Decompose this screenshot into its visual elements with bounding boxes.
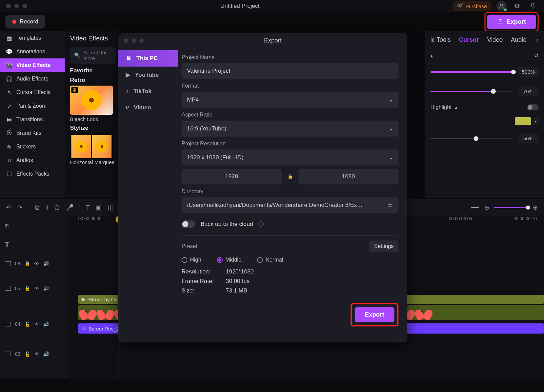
add-track-button[interactable]: ⊞	[0, 216, 68, 235]
highlight-section[interactable]: Highlight ▴	[429, 101, 540, 114]
close-window[interactable]	[6, 4, 11, 8]
preset-middle[interactable]: Middle	[217, 257, 241, 263]
text-icon[interactable]: T	[86, 204, 90, 211]
select-aspect[interactable]: 16:9 (YouTube)⌄	[182, 121, 398, 137]
collapse-icon[interactable]: ▴	[430, 53, 433, 58]
track-04[interactable]: 04🔓👁🔊	[0, 304, 68, 344]
purchase-button[interactable]: 🛒 Purchase	[453, 1, 491, 11]
crop-icon[interactable]: ⧉	[35, 204, 39, 211]
zoom-in-icon[interactable]: ⊕	[533, 204, 538, 211]
reset-icon[interactable]: ↺	[534, 52, 539, 59]
settings-label: Settings	[374, 243, 394, 249]
lock-icon[interactable]: 🔓	[24, 261, 30, 266]
track-06[interactable]: 06🔓👁🔊	[0, 254, 68, 273]
color-dropdown[interactable]: ▾	[532, 117, 539, 125]
preset-settings-button[interactable]: Settings	[369, 240, 398, 252]
eye-icon[interactable]: 👁	[34, 261, 39, 266]
slider-55[interactable]: 55%	[429, 129, 540, 148]
effect-thumb-bleach[interactable]: ♛	[70, 86, 113, 115]
account-icon[interactable]	[496, 1, 507, 11]
mic-icon[interactable]: 🎤	[66, 204, 73, 211]
mute-icon[interactable]: 🔊	[43, 321, 49, 327]
minimize-window[interactable]	[14, 4, 19, 8]
modal-minimize[interactable]	[132, 38, 136, 43]
group-icon[interactable]: ▣	[96, 204, 102, 211]
tab-tools[interactable]: ic Tools	[430, 36, 451, 43]
modal-maximize[interactable]	[139, 38, 144, 43]
help-icon[interactable]: ⓘ	[258, 221, 264, 228]
shield-icon[interactable]: ⬠	[54, 204, 60, 211]
slider-76[interactable]: 76%	[429, 82, 540, 101]
layout-icon[interactable]: ◫	[108, 204, 114, 211]
effect-thumb-marquee[interactable]	[70, 133, 113, 159]
film-icon	[5, 322, 11, 326]
maximize-window[interactable]	[22, 4, 27, 8]
category-stylize[interactable]: Stylize	[70, 125, 116, 131]
category-favorite[interactable]: Favorite	[70, 67, 116, 74]
collapse-icon[interactable]: ▴	[455, 105, 457, 110]
academy-icon[interactable]	[512, 1, 522, 11]
mute-icon[interactable]: 🔊	[43, 261, 49, 266]
properties-tabs: ic Tools Cursor Video Audio ›	[429, 34, 540, 49]
tab-audio[interactable]: Audio	[511, 36, 526, 43]
zoom-out-icon[interactable]: ⊖	[484, 204, 489, 211]
sidebar-item-annotations[interactable]: 💬Annotations	[0, 45, 65, 58]
lock-icon[interactable]: 🔓	[24, 286, 30, 291]
input-project-name[interactable]	[182, 63, 398, 79]
dest-vimeo[interactable]: vVimeo	[118, 100, 178, 116]
notifications-icon[interactable]	[528, 1, 538, 11]
track-03[interactable]: 03🔓👁🔊	[0, 344, 68, 363]
color-swatch[interactable]	[515, 117, 531, 125]
chevron-right-icon[interactable]: ›	[536, 36, 539, 44]
category-retro[interactable]: Retro	[70, 77, 116, 84]
slider-500[interactable]: 500%	[429, 62, 540, 82]
preset-high[interactable]: High	[182, 257, 201, 263]
preset-normal[interactable]: Normal	[257, 257, 283, 263]
undo-icon[interactable]: ↶	[6, 204, 11, 211]
sidebar-item-effects-packs[interactable]: ❐Effects Packs	[0, 167, 65, 181]
effects-search[interactable]: 🔍 Search for more	[70, 47, 116, 64]
fit-icon[interactable]: ⟷	[471, 204, 479, 211]
export-confirm-button[interactable]: Export	[355, 307, 394, 322]
split-icon[interactable]: ⦀	[46, 204, 48, 211]
sidebar-label: Video Effects	[16, 62, 51, 68]
input-width[interactable]: 1920	[182, 169, 282, 184]
dest-this-pc[interactable]: 🖥This PC	[118, 50, 178, 67]
redo-icon[interactable]: ↷	[17, 204, 22, 211]
folder-icon[interactable]: 🗀	[387, 202, 393, 209]
zoom-slider[interactable]	[494, 207, 528, 208]
tab-video[interactable]: Video	[487, 36, 503, 43]
select-resolution[interactable]: 1920 x 1080 (Full HD)⌄	[182, 149, 398, 165]
dest-youtube[interactable]: ▶YouTube	[118, 67, 178, 83]
mute-icon[interactable]: 🔊	[43, 286, 49, 291]
eye-icon[interactable]: 👁	[34, 321, 39, 327]
sidebar-item-pan-zoom[interactable]: ⤢Pan & Zoom	[0, 99, 65, 113]
sidebar-item-video-effects[interactable]: 🎬Video Effects	[0, 58, 65, 72]
ruler-mark: 00:00:05:05	[78, 216, 102, 221]
select-format[interactable]: MP4⌄	[182, 92, 398, 108]
eye-icon[interactable]: 👁	[34, 286, 39, 291]
lock-icon[interactable]: 🔓	[24, 321, 30, 327]
select-directory[interactable]: /Users/mallikadhyani/Documents/Wondersha…	[182, 197, 398, 213]
sidebar-item-brand-kits[interactable]: ⦿Brand Kits	[0, 126, 65, 140]
sidebar-item-cursor-effects[interactable]: ↖Cursor Effects	[0, 86, 65, 99]
sidebar-item-templates[interactable]: ▦Templates	[0, 31, 65, 45]
mute-icon[interactable]: 🔊	[43, 351, 49, 357]
highlight-toggle[interactable]	[527, 104, 539, 110]
sidebar-item-transitions[interactable]: ⧓Transitions	[0, 113, 65, 126]
backup-toggle[interactable]	[182, 220, 195, 228]
text-track-header[interactable]: T	[0, 235, 68, 254]
eye-icon[interactable]: 👁	[34, 351, 39, 357]
track-05[interactable]: 05🔓👁🔊	[0, 273, 68, 304]
modal-close[interactable]	[124, 38, 128, 43]
lock-icon[interactable]: 🔒	[287, 174, 293, 179]
record-button[interactable]: Record	[5, 15, 45, 29]
tab-cursor[interactable]: Cursor	[459, 36, 479, 43]
sidebar-item-stickers[interactable]: ☺Stickers	[0, 140, 65, 154]
export-main-button[interactable]: Export	[487, 15, 536, 29]
sidebar-item-audios[interactable]: ♫Audios	[0, 154, 65, 167]
input-height[interactable]: 1080	[299, 169, 399, 184]
dest-tiktok[interactable]: ♪TikTok	[118, 83, 178, 100]
lock-icon[interactable]: 🔓	[24, 351, 30, 357]
sidebar-item-audio-effects[interactable]: 🎧Audio Effects	[0, 72, 65, 86]
